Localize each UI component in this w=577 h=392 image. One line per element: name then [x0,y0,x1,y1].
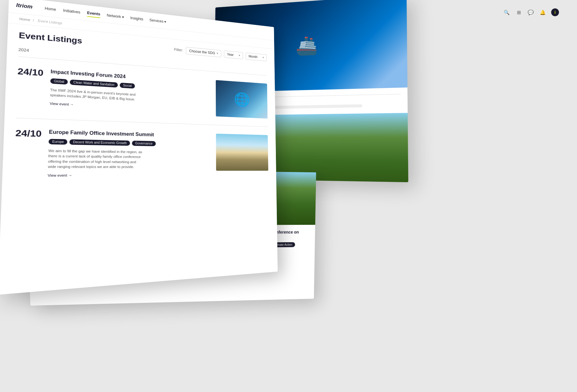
search-icon[interactable]: 🔍 [503,9,510,16]
event-date-1: 24/10 [17,66,44,78]
event-row: 24/10 Impact Investing Forum 2024 Global… [16,61,268,123]
event-date-2: 24/10 [15,128,42,139]
event-row-2: 24/10 Europe Family Office Investment Su… [14,123,269,183]
filter-sdg-select[interactable]: Choose the SDG ▾ [186,47,221,57]
event-desc-1: The IIWF 2024 live & in-person event's k… [50,87,144,102]
event-image-1 [216,80,267,119]
filter-label: Filter: [174,47,183,52]
top-right-nav: 🔍 ⊞ 💬 🔔 i [503,8,559,16]
breadcrumb-separator: / [33,18,34,22]
event-title-2: Europe Family Office Investment Summit [49,129,210,139]
tag-clean-water[interactable]: Clean Water and Sanitation [70,80,118,88]
filter-row: Filter: Choose the SDG ▾ Year ▾ Month ▾ [174,46,267,61]
nav-item-network[interactable]: Network ▾ [107,12,124,20]
page-title: Event Listings [19,30,82,46]
main-content: Event Listings Filter: Choose the SDG ▾ … [2,23,276,190]
tag-social[interactable]: Social [120,83,135,89]
event-info-2: Europe Family Office Investment Summit E… [48,129,210,177]
view-event-link-1[interactable]: View event → [50,101,210,112]
nav-item-services[interactable]: Services ▾ [149,17,166,25]
event-image-2 [216,134,268,171]
breadcrumb-home[interactable]: Home [19,17,30,22]
event-info-1: Impact Investing Forum 2024 Global Clean… [50,68,210,112]
chat-icon[interactable]: 💬 [527,9,534,16]
year-chevron-icon: ▾ [239,54,240,57]
month-chevron-icon: ▾ [263,56,264,59]
sdg-chevron-icon: ▾ [217,52,218,55]
event-desc-2: We aim to fill the gap we have identifie… [48,148,144,169]
tag-global[interactable]: Global [50,78,68,84]
nav-item-insights[interactable]: Insights [130,14,143,22]
bell-icon[interactable]: 🔔 [539,9,546,16]
logo: Itriom [16,2,32,10]
event-tags-2: Europe Decent Work and Economic Growth G… [49,139,210,147]
tag-governance[interactable]: Governance [132,140,156,146]
services-chevron-icon: ▾ [164,20,166,24]
nav-item-events[interactable]: Events [87,9,100,18]
breadcrumb-current: Event Listings [38,19,62,25]
filter-year-select[interactable]: Year ▾ [224,50,243,59]
scene: 🔍 ⊞ 💬 🔔 i Itriom Home Initiatives Events [0,0,577,392]
network-chevron-icon: ▾ [122,15,124,19]
grid-icon[interactable]: ⊞ [515,9,522,16]
view-event-link-2[interactable]: View event → [48,173,210,177]
nav-item-initiatives[interactable]: Initiatives [63,7,81,15]
panel-main: Itriom Home Initiatives Events Network ▾… [0,0,278,295]
tag-decent-work[interactable]: Decent Work and Economic Growth [69,139,130,146]
filter-month-select[interactable]: Month ▾ [246,53,267,61]
nav-item-home[interactable]: Home [45,5,56,13]
tag-europe[interactable]: Europe [49,139,68,144]
info-icon[interactable]: i [551,8,559,16]
